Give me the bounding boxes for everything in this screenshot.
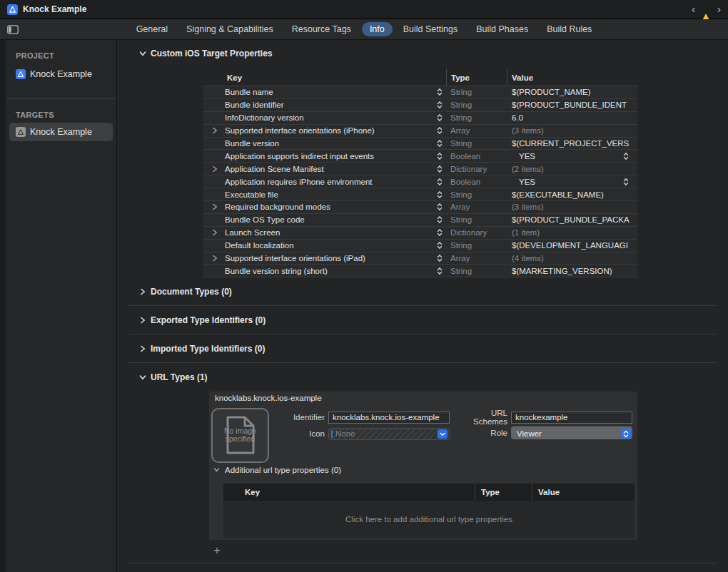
- key-stepper-icon[interactable]: [433, 190, 446, 199]
- additional-url-type-properties-header[interactable]: Additional url type properties (0): [214, 466, 341, 474]
- custom-ios-target-properties-header[interactable]: Custom iOS Target Properties: [140, 47, 728, 60]
- property-value[interactable]: $(EXECUTABLE_NAME): [507, 190, 637, 199]
- key-stepper-icon[interactable]: [433, 88, 446, 96]
- sidebar-toggle-icon[interactable]: [6, 24, 19, 35]
- key-stepper-icon[interactable]: [433, 126, 446, 135]
- property-row[interactable]: Bundle identifierString$(PRODUCT_BUNDLE_…: [203, 99, 637, 112]
- key-stepper-icon[interactable]: [433, 101, 446, 109]
- property-value[interactable]: $(PRODUCT_BUNDLE_IDENT: [507, 101, 637, 109]
- property-row[interactable]: Launch ScreenDictionary(1 item): [203, 227, 637, 240]
- url-type-image-well[interactable]: No image specified: [211, 408, 269, 463]
- chevron-right-icon[interactable]: [140, 317, 146, 324]
- combo-dropdown-button[interactable]: [438, 429, 448, 439]
- sidebar-item-project[interactable]: Knock Example: [9, 66, 113, 83]
- property-value[interactable]: YES: [507, 178, 637, 186]
- target-items: Knock Example: [6, 123, 116, 141]
- disclosure-chevron-icon[interactable]: [212, 165, 218, 173]
- tab-build-settings[interactable]: Build Settings: [395, 22, 465, 36]
- property-row[interactable]: Executable fileString$(EXECUTABLE_NAME): [203, 188, 637, 201]
- disclosure-chevron-icon[interactable]: [212, 127, 218, 134]
- property-value[interactable]: (3 items): [507, 203, 637, 211]
- disclosure-chevron-icon[interactable]: [212, 255, 218, 262]
- property-value[interactable]: $(PRODUCT_BUNDLE_PACKA: [507, 215, 637, 224]
- property-row[interactable]: Application requires iPhone environmentB…: [203, 175, 637, 188]
- property-row[interactable]: Default localizationString$(DEVELOPMENT_…: [203, 240, 637, 252]
- chevron-down-icon[interactable]: [140, 374, 146, 381]
- warning-icon[interactable]: !: [701, 5, 712, 14]
- identifier-row: Identifier knocklabs.knock.ios-example: [277, 412, 452, 424]
- tab-build-phases[interactable]: Build Phases: [468, 22, 536, 36]
- property-value[interactable]: YES: [507, 152, 637, 160]
- property-value[interactable]: (3 items): [507, 126, 637, 135]
- key-stepper-icon[interactable]: [433, 165, 446, 173]
- key-stepper-icon[interactable]: [433, 152, 446, 160]
- section-header-document-types-0-[interactable]: Document Types (0): [140, 285, 728, 298]
- identifier-field[interactable]: knocklabs.knock.ios-example: [328, 412, 450, 424]
- issue-navigation: ‹ ! ›: [692, 4, 721, 14]
- key-stepper-icon[interactable]: [433, 203, 446, 211]
- role-popup-button[interactable]: Viewer: [511, 427, 632, 439]
- key-stepper-icon[interactable]: [433, 228, 446, 237]
- property-key: Supported interface orientations (iPhone…: [203, 126, 433, 135]
- warning-exclamation: !: [701, 7, 712, 14]
- sidebar-item-target[interactable]: Knock Example: [9, 123, 113, 141]
- section-separator: [128, 334, 717, 334]
- add-url-type-button[interactable]: +: [213, 545, 221, 556]
- chevron-down-icon[interactable]: [214, 466, 219, 473]
- property-key: Supported interface orientations (iPad): [203, 254, 433, 262]
- tab-general[interactable]: General: [128, 22, 176, 36]
- property-row[interactable]: Bundle version string (short)String$(MAR…: [203, 265, 637, 277]
- key-stepper-icon[interactable]: [433, 139, 446, 148]
- url-schemes-field[interactable]: knockexample: [511, 412, 632, 424]
- property-type: Array: [446, 203, 507, 211]
- property-row[interactable]: Bundle OS Type codeString$(PRODUCT_BUNDL…: [203, 214, 637, 227]
- property-key-label: Bundle identifier: [225, 101, 283, 109]
- property-value[interactable]: $(CURRENT_PROJECT_VERS: [507, 139, 637, 148]
- key-stepper-icon[interactable]: [433, 215, 446, 224]
- tab-resource-tags[interactable]: Resource Tags: [284, 22, 359, 36]
- property-value[interactable]: $(DEVELOPMENT_LANGUAGI: [507, 241, 637, 250]
- property-row[interactable]: Required background modesArray(3 items): [203, 201, 637, 214]
- section-header-exported-type-identifiers-0-[interactable]: Exported Type Identifiers (0): [140, 314, 728, 327]
- property-row[interactable]: Application Scene ManifestDictionary(2 i…: [203, 163, 637, 175]
- property-key-label: Supported interface orientations (iPad): [225, 254, 365, 262]
- property-value-text: $(CURRENT_PROJECT_VERS: [512, 139, 629, 148]
- property-value[interactable]: $(MARKETING_VERSION): [507, 267, 637, 275]
- property-row[interactable]: Supported interface orientations (iPad)A…: [203, 252, 637, 265]
- section-title: Document Types (0): [151, 287, 232, 297]
- tab-build-rules[interactable]: Build Rules: [539, 22, 600, 36]
- tab-info[interactable]: Info: [362, 22, 393, 36]
- key-stepper-icon[interactable]: [433, 267, 446, 275]
- tab-signing-capabilities[interactable]: Signing & Capabilities: [178, 22, 281, 36]
- next-issue-button[interactable]: ›: [717, 4, 721, 14]
- icon-combo-box[interactable]: None: [328, 428, 450, 440]
- property-row[interactable]: Application supports indirect input even…: [203, 150, 637, 163]
- chevron-right-icon[interactable]: [140, 288, 146, 295]
- section-header-imported-type-identifiers-0-[interactable]: Imported Type Identifiers (0): [140, 342, 728, 355]
- property-value[interactable]: (2 items): [507, 165, 637, 173]
- disclosure-chevron-icon[interactable]: [212, 203, 218, 210]
- property-type: String: [446, 215, 507, 224]
- chevron-down-icon[interactable]: [140, 50, 146, 57]
- property-row[interactable]: Bundle nameString$(PRODUCT_NAME): [203, 86, 637, 99]
- property-row[interactable]: InfoDictionary versionString6.0: [203, 112, 637, 125]
- property-value[interactable]: (1 item): [507, 228, 637, 237]
- value-stepper-icon[interactable]: [623, 178, 629, 186]
- property-row[interactable]: Bundle versionString$(CURRENT_PROJECT_VE…: [203, 138, 637, 150]
- key-stepper-icon[interactable]: [433, 113, 446, 122]
- value-stepper-icon[interactable]: [623, 152, 629, 160]
- previous-issue-button[interactable]: ‹: [692, 4, 695, 14]
- additional-properties-empty-area[interactable]: Click here to add additional url type pr…: [223, 501, 635, 538]
- key-stepper-icon[interactable]: [433, 241, 446, 250]
- url-types-section-header[interactable]: URL Types (1): [140, 371, 728, 384]
- disclosure-chevron-icon[interactable]: [212, 229, 218, 236]
- property-value[interactable]: (4 items): [507, 254, 637, 262]
- key-stepper-icon[interactable]: [433, 178, 446, 186]
- property-row[interactable]: Supported interface orientations (iPhone…: [203, 125, 637, 138]
- property-value[interactable]: $(PRODUCT_NAME): [507, 88, 637, 96]
- property-value[interactable]: 6.0: [507, 113, 637, 122]
- property-key-label: Executable file: [225, 190, 278, 199]
- property-type: String: [446, 241, 507, 250]
- chevron-right-icon[interactable]: [140, 345, 146, 352]
- key-stepper-icon[interactable]: [433, 254, 446, 262]
